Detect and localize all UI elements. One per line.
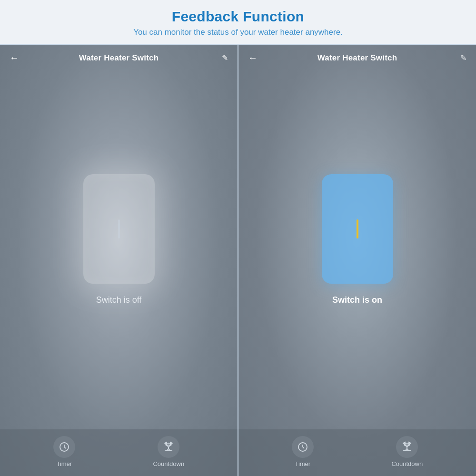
screen-title-on: Water Heater Switch	[317, 53, 397, 63]
countdown-button-off[interactable]: Countdown	[153, 436, 184, 467]
timer-button-off[interactable]: Timer	[53, 436, 75, 467]
countdown-icon-wrap-on	[396, 436, 418, 458]
countdown-label-on: Countdown	[391, 460, 423, 467]
phones-row: ← Water Heater Switch ✎ Switch is off	[0, 44, 476, 476]
timer-label-on: Timer	[295, 460, 310, 467]
countdown-icon-on	[401, 441, 413, 453]
switch-card-on[interactable]	[322, 174, 393, 284]
timer-icon-wrap-on	[292, 436, 314, 458]
switch-card-off[interactable]	[83, 174, 155, 284]
countdown-icon-off	[163, 441, 174, 453]
timer-label-off: Timer	[56, 460, 72, 467]
countdown-label-off: Countdown	[153, 460, 184, 467]
phone-screen-on: ← Water Heater Switch ✎ Switch is on	[238, 45, 476, 476]
screen-title-off: Water Heater Switch	[79, 53, 159, 63]
bottom-bar-off: Timer Countdown	[0, 429, 238, 476]
edit-button-off[interactable]: ✎	[217, 53, 228, 62]
top-bar-on: ← Water Heater Switch ✎	[238, 45, 476, 69]
top-bar-off: ← Water Heater Switch ✎	[0, 45, 238, 69]
page-subtitle: You can monitor the status of your water…	[10, 28, 466, 37]
timer-icon-wrap-off	[53, 436, 75, 458]
switch-area-off: Switch is off	[0, 69, 238, 429]
switch-indicator-on	[357, 219, 358, 238]
timer-icon-on	[297, 441, 308, 453]
page-title: Feedback Function	[10, 9, 466, 25]
back-button-off[interactable]: ←	[10, 52, 21, 63]
switch-label-off: Switch is off	[96, 295, 142, 305]
switch-label-on: Switch is on	[332, 295, 382, 305]
timer-icon-off	[59, 441, 70, 453]
edit-button-on[interactable]: ✎	[455, 53, 466, 62]
bottom-bar-on: Timer Countdown	[238, 429, 476, 476]
countdown-icon-wrap-off	[158, 436, 179, 458]
timer-button-on[interactable]: Timer	[292, 436, 314, 467]
page-wrapper: Feedback Function You can monitor the st…	[0, 0, 476, 476]
switch-area-on: Switch is on	[238, 69, 476, 429]
header: Feedback Function You can monitor the st…	[0, 0, 476, 44]
countdown-button-on[interactable]: Countdown	[391, 436, 423, 467]
phone-screen-off: ← Water Heater Switch ✎ Switch is off	[0, 45, 238, 476]
back-button-on[interactable]: ←	[248, 52, 259, 63]
switch-indicator-off	[118, 219, 120, 238]
